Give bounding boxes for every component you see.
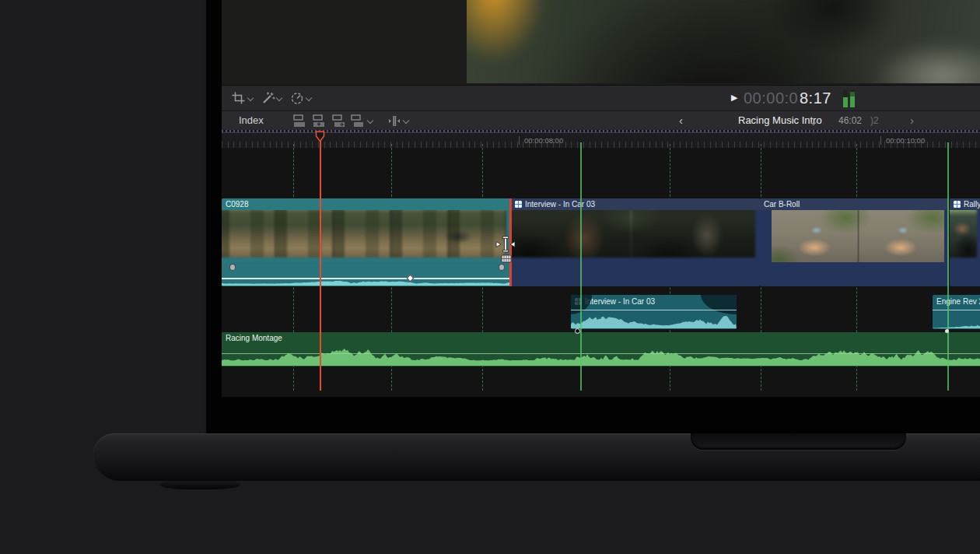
viewer-area <box>222 0 980 85</box>
multicam-icon <box>515 201 522 208</box>
audio-meter-right <box>850 89 855 107</box>
clip-audio-section[interactable] <box>222 262 511 286</box>
enhancements-chevron-icon[interactable] <box>277 96 282 101</box>
insert-edit-icon[interactable] <box>313 114 327 128</box>
video-clip-interview-in-car-03[interactable]: Interview - In Car 03 <box>511 198 760 286</box>
clip-label: C0928 <box>222 198 511 210</box>
keyframe-dot-handle[interactable] <box>945 329 949 333</box>
clip-filmstrip <box>950 210 980 262</box>
viewer-toolbar: ▶ 00:00:0 8:17 <box>222 85 980 110</box>
timecode-dim: 00:00:0 <box>744 89 798 107</box>
fcp-window: ▶ 00:00:0 8:17 Index <box>222 0 980 397</box>
clip-label: Interview - In Car 03 <box>511 198 760 210</box>
clip-label: Car B-Roll <box>760 198 949 210</box>
audio-waveform <box>222 279 511 286</box>
macbook-screen: ▶ 00:00:0 8:17 Index <box>205 0 980 434</box>
audio-clip-interview-in-car-03[interactable]: Interview - In Car 03 <box>571 295 737 329</box>
clip-filmstrip <box>511 210 760 262</box>
enhancements-wand-icon[interactable] <box>261 92 275 105</box>
volume-line[interactable] <box>222 353 980 354</box>
volume-line[interactable] <box>933 310 980 310</box>
back-button[interactable]: ‹ <box>679 114 683 127</box>
connect-edit-icon[interactable] <box>293 114 307 128</box>
audio-waveform <box>571 313 737 328</box>
playhead-line[interactable] <box>320 140 321 391</box>
fade-ring-handle[interactable] <box>575 328 580 334</box>
ruler-ticks <box>222 142 980 148</box>
timecode-current: 8:17 <box>800 89 831 107</box>
play-icon[interactable]: ▶ <box>731 93 737 102</box>
ruler-label-8s: 00:00:08:00 <box>519 136 563 145</box>
retime-gauge-icon[interactable] <box>290 92 304 105</box>
audio-fade-out[interactable] <box>701 295 737 314</box>
viewer-video-content <box>467 0 980 83</box>
append-edit-icon[interactable] <box>332 114 346 128</box>
audio-clip-engine-rev-2[interactable]: Engine Rev 2 <box>933 295 980 329</box>
overwrite-edit-icon[interactable] <box>351 114 365 128</box>
retime-chevron-icon[interactable] <box>306 96 312 101</box>
crop-tool-chevron-icon[interactable] <box>248 96 254 101</box>
screenshot-stage: ▶ 00:00:0 8:17 Index <box>0 0 980 554</box>
video-clip-c0928[interactable]: C0928 <box>222 198 511 286</box>
project-duration-fragment: )2 <box>870 115 879 126</box>
timeline-ruler[interactable]: 00:00:08:00 00:00:10:00 <box>222 130 980 148</box>
forward-button[interactable]: › <box>910 114 914 127</box>
clip-label: Engine Rev 2 <box>933 296 980 307</box>
trim-cursor-icon <box>495 236 516 265</box>
macbook-base <box>93 433 980 481</box>
index-button[interactable]: Index <box>239 114 264 126</box>
multicam-icon <box>954 201 961 208</box>
clip-filmstrip <box>772 210 944 262</box>
volume-line[interactable] <box>571 310 737 310</box>
clip-label: Racing Montage <box>222 332 980 344</box>
viewer-video-frame <box>467 0 980 83</box>
video-clip-rally[interactable]: Rally Ra <box>950 198 980 286</box>
ruler-dotted-border <box>222 130 980 133</box>
trim-tool-icon[interactable] <box>388 114 401 128</box>
project-title[interactable]: Racing Music Intro <box>738 114 822 126</box>
project-duration: 46:02 <box>838 115 862 126</box>
ruler-label-10s: 00:00:10:00 <box>880 136 925 145</box>
trim-tool-chevron-icon[interactable] <box>404 118 409 124</box>
audio-waveform <box>933 315 980 328</box>
marker-guide-green <box>947 142 949 391</box>
clip-filmstrip <box>222 210 511 262</box>
music-clip-racing-montage[interactable]: Racing Montage <box>222 332 980 366</box>
timeline-bar: Index <box>222 110 980 130</box>
audio-waveform <box>222 348 980 366</box>
volume-line[interactable] <box>222 278 511 279</box>
project-title-chevron-icon[interactable] <box>811 120 817 125</box>
fade-handle-left[interactable] <box>229 264 236 271</box>
crop-tool-icon[interactable] <box>232 92 245 104</box>
clip-label: Rally Ra <box>950 198 980 210</box>
playhead-marker[interactable] <box>315 131 325 142</box>
marker-guide-green <box>580 142 582 391</box>
video-clip-car-b-roll[interactable]: Car B-Roll <box>760 198 949 286</box>
edit-tools-chevron-icon[interactable] <box>368 118 373 124</box>
audio-meter-left <box>843 89 848 107</box>
macbook-lid-groove <box>691 433 906 450</box>
